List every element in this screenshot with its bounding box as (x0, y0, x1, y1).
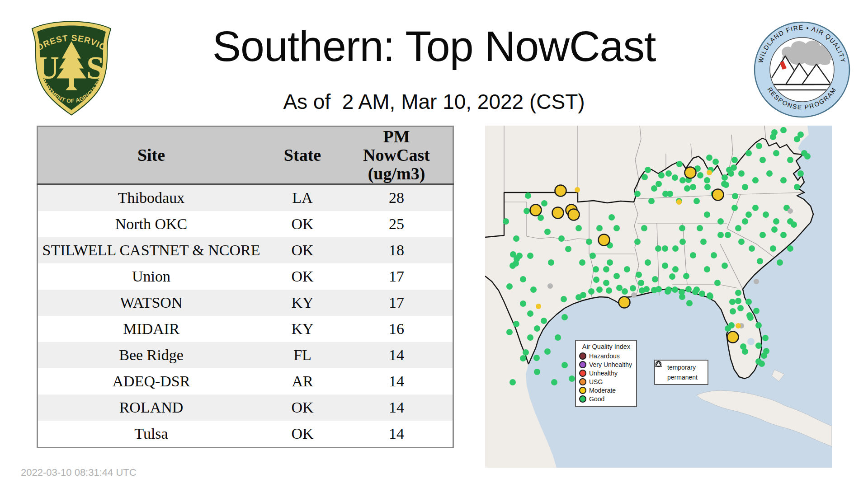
table-cell: 25 (340, 211, 453, 237)
good-site-dot (755, 343, 762, 349)
good-site-dot (685, 286, 692, 292)
table-cell: KY (264, 290, 340, 316)
aqi-legend-label: Moderate (589, 387, 616, 394)
good-site-dot (766, 170, 773, 177)
good-site-dot (735, 225, 741, 231)
table-cell: WATSON (38, 290, 265, 316)
good-site-dot (580, 292, 586, 298)
page-title: Southern: Top NowCast (0, 22, 868, 71)
table-cell: OK (264, 263, 340, 290)
good-site-dot (662, 245, 668, 252)
aqi-legend-label: USG (589, 378, 603, 385)
aqi-legend-label: Very Unhealthy (589, 361, 632, 368)
good-site-dot (690, 184, 696, 190)
good-site-dot (738, 170, 745, 177)
good-site-dot (726, 167, 732, 173)
good-site-dot (634, 239, 641, 245)
temporary-label: temporary (667, 364, 696, 371)
good-site-dot (742, 218, 748, 225)
good-site-dot (569, 375, 575, 382)
good-site-dot (676, 161, 683, 167)
good-site-dot (749, 245, 755, 252)
good-site-dot (534, 325, 540, 332)
report-page: FOREST SERVICE U S DEPARTMENT OF AGRICUL… (0, 0, 868, 488)
good-site-dot (753, 308, 760, 314)
good-site-dot (593, 266, 599, 272)
good-site-dot (704, 177, 710, 183)
good-site-dot (714, 280, 721, 286)
table-cell: OK (264, 421, 340, 448)
aqi-legend-item: Hazardous (579, 352, 633, 360)
aqi-color-swatch (579, 395, 586, 403)
good-site-dot (516, 253, 523, 259)
good-site-dot (652, 276, 658, 282)
good-site-dot (742, 348, 748, 355)
aqi-legend: Air Quality Index HazardousVery Unhealth… (575, 340, 637, 407)
good-site-dot (791, 221, 797, 228)
inactive-site-dot (631, 292, 637, 298)
good-site-dot (752, 177, 759, 183)
good-site-dot (525, 192, 531, 199)
good-site-dot (509, 379, 516, 385)
table-cell: 17 (340, 290, 453, 316)
aqi-legend-item: USG (579, 377, 633, 386)
good-site-dot (593, 277, 599, 283)
good-site-dot (662, 263, 668, 269)
table-row: ADEQ-DSRAR14 (38, 368, 453, 394)
map-canvas (485, 126, 832, 468)
good-site-dot (651, 185, 657, 192)
good-site-dot (520, 276, 526, 282)
good-site-dot (723, 182, 729, 188)
table-row: Bee RidgeFL14 (38, 342, 453, 368)
table-cell: 14 (340, 394, 453, 421)
good-site-dot (616, 285, 623, 291)
good-site-dot (643, 286, 650, 292)
column-header-site: Site (38, 127, 265, 184)
good-site-dot (787, 245, 793, 252)
good-site-dot (729, 299, 736, 305)
moderate-site-circle (727, 332, 739, 343)
good-site-dot (596, 225, 603, 231)
permanent-row: permanent (658, 372, 705, 382)
good-site-dot (513, 235, 519, 242)
table-cell: ROLAND (38, 394, 265, 421)
good-site-dot (760, 157, 766, 163)
table-cell: KY (264, 316, 340, 342)
good-site-dot (513, 260, 519, 267)
good-site-dot (704, 266, 710, 272)
table-cell: Union (38, 263, 265, 290)
aqi-color-swatch (579, 361, 586, 368)
good-site-dot (731, 157, 738, 163)
good-site-dot (757, 258, 763, 264)
good-site-dot (787, 157, 793, 163)
generated-timestamp: 2022-03-10 08:31:44 UTC (21, 467, 137, 479)
table-header-row: Site State PM NowCast (ug/m3) (38, 127, 453, 184)
table-cell: 28 (340, 184, 453, 211)
good-site-dot (524, 208, 530, 214)
good-site-dot (679, 239, 686, 245)
good-site-dot (636, 272, 642, 278)
moderate-site-circle (555, 185, 566, 197)
inactive-site-dot (547, 283, 553, 289)
good-site-dot (667, 191, 673, 197)
good-site-dot (761, 352, 767, 359)
good-site-dot (658, 172, 665, 178)
good-site-dot (527, 310, 533, 317)
good-site-dot (527, 253, 533, 259)
table-row: North OKCOK25 (38, 211, 453, 237)
good-site-dot (780, 127, 787, 133)
good-site-dot (551, 379, 557, 385)
good-site-dot (780, 232, 787, 238)
table-cell: 18 (340, 237, 453, 263)
inactive-site-dot (788, 208, 793, 214)
good-site-dot (645, 259, 651, 266)
good-site-dot (561, 314, 568, 320)
table-row: UnionOK17 (38, 263, 453, 290)
good-site-dot (672, 266, 679, 272)
good-site-dot (725, 232, 731, 238)
aqi-color-swatch (579, 370, 586, 377)
good-site-dot (613, 273, 620, 279)
table-cell: 14 (340, 368, 453, 394)
good-site-dot (596, 286, 603, 293)
good-site-dot (797, 170, 804, 177)
